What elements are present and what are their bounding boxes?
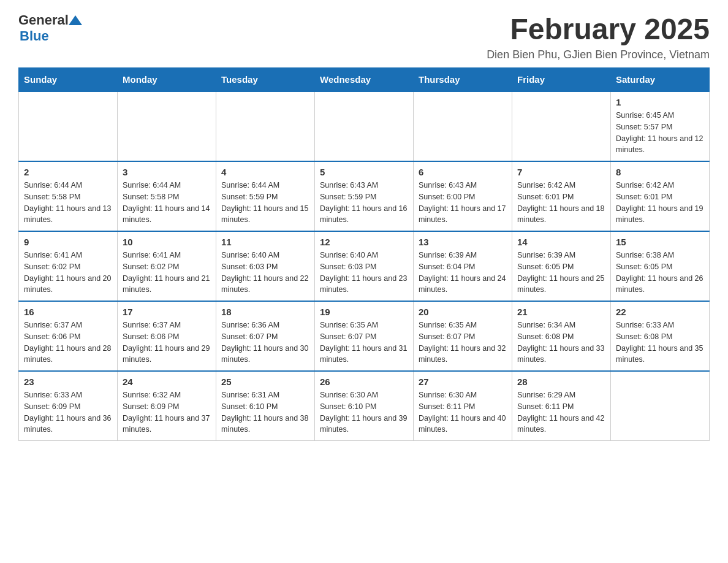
calendar-week-4: 16Sunrise: 6:37 AMSunset: 6:06 PMDayligh… <box>19 301 710 371</box>
day-number: 18 <box>221 307 309 317</box>
calendar-cell: 27Sunrise: 6:30 AMSunset: 6:11 PMDayligh… <box>414 371 512 441</box>
calendar-cell: 18Sunrise: 6:36 AMSunset: 6:07 PMDayligh… <box>216 301 315 371</box>
calendar-cell: 7Sunrise: 6:42 AMSunset: 6:01 PMDaylight… <box>512 161 611 231</box>
calendar-cell: 9Sunrise: 6:41 AMSunset: 6:02 PMDaylight… <box>19 231 118 301</box>
calendar-cell: 17Sunrise: 6:37 AMSunset: 6:06 PMDayligh… <box>118 301 216 371</box>
day-info: Sunrise: 6:35 AMSunset: 6:07 PMDaylight:… <box>320 320 408 366</box>
day-number: 13 <box>419 237 507 247</box>
calendar-cell <box>315 91 414 161</box>
day-number: 27 <box>419 377 507 387</box>
calendar-cell: 5Sunrise: 6:43 AMSunset: 5:59 PMDaylight… <box>315 161 414 231</box>
day-info: Sunrise: 6:31 AMSunset: 6:10 PMDaylight:… <box>221 389 309 435</box>
day-info: Sunrise: 6:39 AMSunset: 6:04 PMDaylight:… <box>419 250 507 296</box>
day-number: 11 <box>221 237 309 247</box>
logo-general-text: General <box>18 12 69 28</box>
calendar-cell: 22Sunrise: 6:33 AMSunset: 6:08 PMDayligh… <box>611 301 710 371</box>
day-number: 21 <box>517 307 605 317</box>
day-info: Sunrise: 6:32 AMSunset: 6:09 PMDaylight:… <box>123 389 211 435</box>
day-number: 28 <box>517 377 605 387</box>
day-number: 1 <box>616 97 704 107</box>
calendar-cell <box>216 91 315 161</box>
calendar-table: SundayMondayTuesdayWednesdayThursdayFrid… <box>18 67 710 441</box>
day-info: Sunrise: 6:29 AMSunset: 6:11 PMDaylight:… <box>517 389 605 435</box>
calendar-cell: 4Sunrise: 6:44 AMSunset: 5:59 PMDaylight… <box>216 161 315 231</box>
day-info: Sunrise: 6:37 AMSunset: 6:06 PMDaylight:… <box>123 320 211 366</box>
day-info: Sunrise: 6:44 AMSunset: 5:58 PMDaylight:… <box>24 180 112 226</box>
day-number: 25 <box>221 377 309 387</box>
location-subtitle: Dien Bien Phu, GJien Bien Province, Viet… <box>487 48 710 61</box>
day-number: 5 <box>320 167 408 177</box>
day-number: 7 <box>517 167 605 177</box>
calendar-week-5: 23Sunrise: 6:33 AMSunset: 6:09 PMDayligh… <box>19 371 710 441</box>
day-number: 16 <box>24 307 112 317</box>
day-number: 22 <box>616 307 704 317</box>
calendar-cell: 23Sunrise: 6:33 AMSunset: 6:09 PMDayligh… <box>19 371 118 441</box>
day-number: 4 <box>221 167 309 177</box>
calendar-week-1: 1Sunrise: 6:45 AMSunset: 5:57 PMDaylight… <box>19 91 710 161</box>
day-info: Sunrise: 6:41 AMSunset: 6:02 PMDaylight:… <box>123 250 211 296</box>
calendar-cell: 28Sunrise: 6:29 AMSunset: 6:11 PMDayligh… <box>512 371 611 441</box>
day-info: Sunrise: 6:41 AMSunset: 6:02 PMDaylight:… <box>24 250 112 296</box>
day-info: Sunrise: 6:38 AMSunset: 6:05 PMDaylight:… <box>616 250 704 296</box>
day-info: Sunrise: 6:30 AMSunset: 6:10 PMDaylight:… <box>320 389 408 435</box>
calendar-cell: 10Sunrise: 6:41 AMSunset: 6:02 PMDayligh… <box>118 231 216 301</box>
month-title: February 2025 <box>487 12 710 46</box>
calendar-cell: 2Sunrise: 6:44 AMSunset: 5:58 PMDaylight… <box>19 161 118 231</box>
day-number: 23 <box>24 377 112 387</box>
calendar-week-2: 2Sunrise: 6:44 AMSunset: 5:58 PMDaylight… <box>19 161 710 231</box>
day-number: 9 <box>24 237 112 247</box>
calendar-cell <box>414 91 512 161</box>
svg-marker-0 <box>69 15 82 25</box>
weekday-header-saturday: Saturday <box>611 68 710 92</box>
day-info: Sunrise: 6:33 AMSunset: 6:08 PMDaylight:… <box>616 320 704 366</box>
day-number: 3 <box>123 167 211 177</box>
day-info: Sunrise: 6:44 AMSunset: 5:58 PMDaylight:… <box>123 180 211 226</box>
calendar-cell: 1Sunrise: 6:45 AMSunset: 5:57 PMDaylight… <box>611 91 710 161</box>
day-info: Sunrise: 6:43 AMSunset: 6:00 PMDaylight:… <box>419 180 507 226</box>
day-number: 24 <box>123 377 211 387</box>
day-number: 14 <box>517 237 605 247</box>
calendar-cell: 6Sunrise: 6:43 AMSunset: 6:00 PMDaylight… <box>414 161 512 231</box>
calendar-cell <box>19 91 118 161</box>
weekday-header-thursday: Thursday <box>414 68 512 92</box>
day-number: 20 <box>419 307 507 317</box>
day-number: 26 <box>320 377 408 387</box>
day-info: Sunrise: 6:36 AMSunset: 6:07 PMDaylight:… <box>221 320 309 366</box>
day-info: Sunrise: 6:42 AMSunset: 6:01 PMDaylight:… <box>616 180 704 226</box>
day-info: Sunrise: 6:35 AMSunset: 6:07 PMDaylight:… <box>419 320 507 366</box>
day-number: 8 <box>616 167 704 177</box>
calendar-cell <box>512 91 611 161</box>
calendar-cell: 14Sunrise: 6:39 AMSunset: 6:05 PMDayligh… <box>512 231 611 301</box>
calendar-cell: 21Sunrise: 6:34 AMSunset: 6:08 PMDayligh… <box>512 301 611 371</box>
weekday-header-row: SundayMondayTuesdayWednesdayThursdayFrid… <box>19 68 710 92</box>
calendar-cell: 16Sunrise: 6:37 AMSunset: 6:06 PMDayligh… <box>19 301 118 371</box>
weekday-header-wednesday: Wednesday <box>315 68 414 92</box>
day-number: 17 <box>123 307 211 317</box>
calendar-cell: 13Sunrise: 6:39 AMSunset: 6:04 PMDayligh… <box>414 231 512 301</box>
day-number: 12 <box>320 237 408 247</box>
title-area: February 2025 Dien Bien Phu, GJien Bien … <box>487 12 710 61</box>
logo-triangle-icon <box>69 14 82 26</box>
day-info: Sunrise: 6:44 AMSunset: 5:59 PMDaylight:… <box>221 180 309 226</box>
calendar-cell: 20Sunrise: 6:35 AMSunset: 6:07 PMDayligh… <box>414 301 512 371</box>
day-info: Sunrise: 6:43 AMSunset: 5:59 PMDaylight:… <box>320 180 408 226</box>
day-number: 15 <box>616 237 704 247</box>
calendar-cell: 19Sunrise: 6:35 AMSunset: 6:07 PMDayligh… <box>315 301 414 371</box>
calendar-cell: 3Sunrise: 6:44 AMSunset: 5:58 PMDaylight… <box>118 161 216 231</box>
calendar-cell: 26Sunrise: 6:30 AMSunset: 6:10 PMDayligh… <box>315 371 414 441</box>
calendar-cell: 12Sunrise: 6:40 AMSunset: 6:03 PMDayligh… <box>315 231 414 301</box>
logo-blue-text: Blue <box>20 28 49 44</box>
calendar-cell: 8Sunrise: 6:42 AMSunset: 6:01 PMDaylight… <box>611 161 710 231</box>
logo: General Blue <box>18 12 82 44</box>
day-number: 6 <box>419 167 507 177</box>
weekday-header-sunday: Sunday <box>19 68 118 92</box>
calendar-week-3: 9Sunrise: 6:41 AMSunset: 6:02 PMDaylight… <box>19 231 710 301</box>
calendar-cell: 24Sunrise: 6:32 AMSunset: 6:09 PMDayligh… <box>118 371 216 441</box>
calendar-cell: 25Sunrise: 6:31 AMSunset: 6:10 PMDayligh… <box>216 371 315 441</box>
weekday-header-friday: Friday <box>512 68 611 92</box>
day-info: Sunrise: 6:40 AMSunset: 6:03 PMDaylight:… <box>221 250 309 296</box>
day-info: Sunrise: 6:37 AMSunset: 6:06 PMDaylight:… <box>24 320 112 366</box>
day-info: Sunrise: 6:42 AMSunset: 6:01 PMDaylight:… <box>517 180 605 226</box>
day-info: Sunrise: 6:30 AMSunset: 6:11 PMDaylight:… <box>419 389 507 435</box>
page-header: General Blue February 2025 Dien Bien Phu… <box>18 12 710 61</box>
